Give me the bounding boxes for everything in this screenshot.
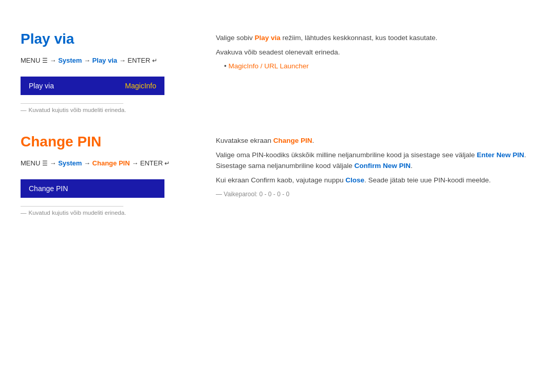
play-via-desc1: Valige sobiv Play via režiim, lähtudes k… xyxy=(216,33,534,43)
menu-arrow-4: → xyxy=(48,159,58,167)
menu-arrow-5: → xyxy=(82,159,92,167)
menu-symbol-1: ☰ xyxy=(42,57,48,64)
menu-symbol-2: ☰ xyxy=(42,160,48,167)
play-via-desc2: Avakuva võib seadest olenevalt erineda. xyxy=(216,47,534,58)
change-pin-title: Change PIN xyxy=(21,134,195,150)
play-via-mockup: Play via MagicInfo xyxy=(21,77,164,95)
mockup-label-left: Play via xyxy=(29,82,54,90)
close-inline: Close xyxy=(345,176,364,184)
play-via-bullet-list: MagicInfo / URL Launcher xyxy=(216,62,534,70)
menu-play-via: Play via xyxy=(92,57,117,64)
change-pin-mockup: Change PIN xyxy=(21,179,164,198)
play-via-note: ―Kuvatud kujutis võib mudeliti erineda. xyxy=(21,107,195,113)
enter-new-pin-inline: Enter New PIN xyxy=(477,151,524,159)
change-pin-desc2: Valige oma PIN-koodiks ükskõik milline n… xyxy=(216,150,534,171)
menu-enter-symbol-2: ↵ xyxy=(164,160,170,167)
menu-change-pin: Change PIN xyxy=(92,159,130,167)
confirm-new-pin-inline: Confirm New PIN xyxy=(354,162,411,170)
change-pin-desc1: Kuvatakse ekraan Change PIN. xyxy=(216,136,534,146)
bullet-item-magicinfo: MagicInfo / URL Launcher xyxy=(224,62,534,70)
play-via-inline: Play via xyxy=(255,34,281,42)
play-via-right: Valige sobiv Play via režiim, lähtudes k… xyxy=(216,31,534,113)
menu-arrow-6: → ENTER xyxy=(130,159,165,167)
change-pin-inline: Change PIN xyxy=(273,137,312,144)
divider-line-1 xyxy=(21,103,123,104)
menu-prefix-2: MENU xyxy=(21,159,42,167)
change-pin-left: Change PIN MENU ☰ → System → Change PIN … xyxy=(21,134,195,216)
menu-arrow-2: → xyxy=(82,57,92,64)
play-via-menu-path: MENU ☰ → System → Play via → ENTER ↵ xyxy=(21,57,195,64)
mockup-label-right: MagicInfo xyxy=(125,82,156,90)
change-pin-section: Change PIN MENU ☰ → System → Change PIN … xyxy=(21,134,534,216)
change-pin-desc3: Kui ekraan Confirm kaob, vajutage nuppu … xyxy=(216,175,534,185)
menu-enter-symbol: ↵ xyxy=(152,57,157,64)
menu-system-2: System xyxy=(58,159,82,167)
play-via-section: Play via MENU ☰ → System → Play via → EN… xyxy=(21,31,534,113)
menu-arrow-3: → ENTER xyxy=(117,57,152,64)
mockup-change-pin-label: Change PIN xyxy=(29,184,68,193)
menu-prefix: MENU xyxy=(21,57,42,64)
change-pin-menu-path: MENU ☰ → System → Change PIN → ENTER ↵ xyxy=(21,159,195,167)
divider-line-2 xyxy=(21,206,123,207)
play-via-title: Play via xyxy=(21,31,195,47)
change-pin-note: ―Kuvatud kujutis võib mudeliti erineda. xyxy=(21,210,195,216)
change-pin-default: ― Vaikeparool: 0 - 0 - 0 - 0 xyxy=(216,190,534,199)
change-pin-right: Kuvatakse ekraan Change PIN. Valige oma … xyxy=(216,134,534,216)
menu-system: System xyxy=(58,57,82,64)
menu-arrow-1: → xyxy=(48,57,58,64)
play-via-left: Play via MENU ☰ → System → Play via → EN… xyxy=(21,31,195,113)
